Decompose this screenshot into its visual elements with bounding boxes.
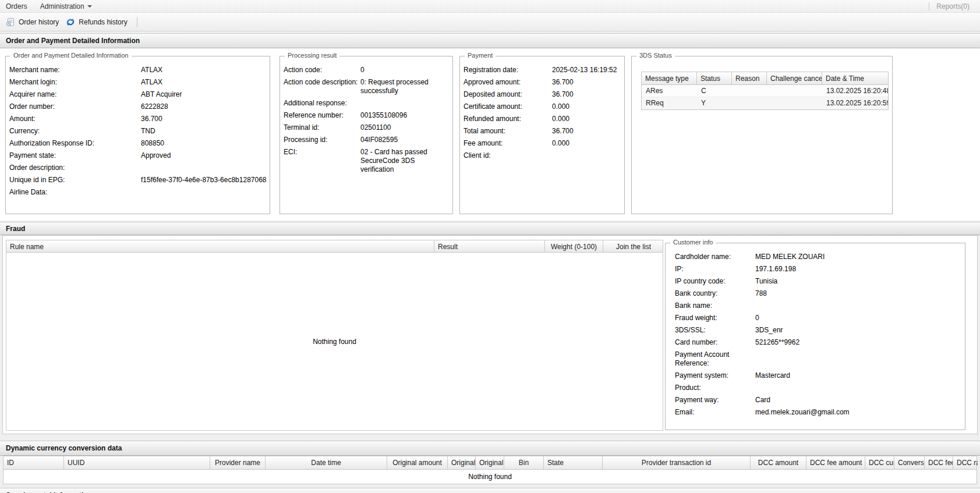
field-label: Bank name: [675,302,755,310]
field-value: ATLAX [141,78,162,87]
field-label: Processing id: [284,136,360,144]
field-label: 3DS/SSL: [675,326,755,335]
processing-result-fields: Action code: 0 Action code description: … [284,66,448,174]
column-header[interactable]: UUID [64,456,210,469]
field-label: Amount: [9,115,141,123]
field-value: f15f6fee-37f0-4e6e-87b3-6ec8b1287068 [141,176,267,185]
fraud-table-header: Rule name Result Weight (0-100) Join the… [6,240,663,253]
field-row: Fee amount: 0.000 [464,139,620,148]
field-label: Fraud weight: [675,314,755,322]
field-row: Registration date: 2025-02-13 16:19:52 [464,66,620,75]
column-header[interactable]: Join the list [603,240,664,252]
column-header[interactable]: DCC rat [953,456,978,469]
column-header[interactable]: DCC curr [865,456,894,469]
field-label: Cardholder name: [675,253,755,261]
column-header[interactable]: DCC amount [751,456,806,469]
column-header[interactable]: Weight (0-100) [545,240,603,252]
fraud-table-body: Nothing found [6,253,663,431]
field-row: Merchant name: ATLAX [9,66,265,75]
field-value: 0 [755,314,759,322]
column-header[interactable]: Original amount [387,456,448,469]
field-row: 3DS/SSL: 3DS_enr [675,326,960,335]
threeds-table-body: ARes C 13.02.2025 16:20:48 RReq Y 13.02.… [641,85,889,110]
field-label: Client id: [464,151,552,160]
field-label: Order number: [9,102,141,111]
field-label: Payment system: [675,371,755,380]
field-label: Action code: [284,66,360,75]
field-value: 0.000 [552,139,569,148]
order-history-button[interactable]: Order history [3,16,63,29]
field-value: Approved [141,151,171,160]
column-header[interactable]: Original f [448,456,476,469]
field-label: Certificate amount: [464,102,552,111]
column-header[interactable]: Conversi [894,456,925,469]
processing-result-fieldset: Processing result Action code: 0 Action … [280,56,453,214]
column-header[interactable]: Bin [504,456,544,469]
field-value: 001355108096 [360,111,407,120]
refunds-history-icon [66,17,75,27]
field-row: Payment way: Card [675,396,960,405]
field-value: 02501100 [360,123,391,132]
field-row: Merchant login: ATLAX [9,78,265,87]
field-row: Bank name: [675,302,960,310]
order-info-fields: Merchant name: ATLAX Merchant login: ATL… [9,66,265,197]
field-row: Terminal id: 02501100 [284,123,448,132]
column-header[interactable]: Result [434,240,545,252]
field-label: Currency: [9,127,141,136]
column-header[interactable]: Original c [476,456,504,469]
column-header[interactable]: Status [697,72,732,84]
field-value: 197.1.69.198 [755,265,796,274]
field-row: Email: med.melek.zouari@gmail.com [675,408,960,417]
fraud-section-header: Fraud [0,222,980,235]
cell-date-time: 13.02.2025 16:20:48 [822,85,888,97]
menu-item-administration[interactable]: Administration [40,1,97,12]
table-row[interactable]: ARes C 13.02.2025 16:20:48 [642,85,888,97]
column-header[interactable]: Message type [642,72,697,84]
field-row: Reference number: 001355108096 [284,111,448,120]
field-row: Deposited amount: 36.700 [464,90,620,99]
field-row: Processing id: 04IF082595 [284,136,448,144]
column-header[interactable]: Date time [266,456,387,469]
column-header[interactable]: State [544,456,603,469]
field-row: Additional response: [284,99,448,108]
cell-status: Y [697,97,732,109]
refunds-history-button[interactable]: Refunds history [63,16,132,29]
chevron-down-icon [87,5,92,8]
table-row[interactable]: RReq Y 13.02.2025 16:20:59 [642,97,888,109]
field-label: Refunded amount: [464,115,552,123]
field-value: 36.700 [552,90,574,99]
column-header[interactable]: Provider name [210,456,266,469]
menu-separator [929,2,929,10]
column-header[interactable]: Challenge cancel [767,72,822,84]
field-value: 36.700 [552,127,574,136]
column-header[interactable]: DCC fee [925,456,953,469]
reports-button[interactable]: Reports(0) [936,2,974,10]
field-label: Payment way: [675,396,755,405]
order-history-icon [6,17,15,27]
field-value: 0: Request processed successfully [360,78,448,95]
cell-status: C [697,85,732,97]
page-title-text: Order and Payment Detailed Information [6,37,140,45]
field-row: Refunded amount: 0.000 [464,115,620,123]
column-header[interactable]: DCC fee amount [806,456,865,469]
cell-date-time: 13.02.2025 16:20:59 [822,97,888,109]
column-header[interactable]: Reason [732,72,767,84]
toolbar: Order history Refunds history [0,13,980,31]
field-row: Authorization Response ID: 808850 [9,139,265,148]
field-value: 0.000 [552,102,569,111]
field-row: Product: [675,384,960,392]
field-row: Order description: [9,164,265,172]
menu-item-orders[interactable]: Orders [6,1,32,12]
column-header[interactable]: Rule name [6,240,434,252]
field-value: Card [755,396,770,405]
column-header[interactable]: Provider transaction id [603,456,751,469]
dcc-empty-text: Nothing found [468,473,512,481]
threeds-status-fieldset: 3DS Status Message type Status Reason Ch… [631,56,893,214]
column-header[interactable]: ID [3,456,64,469]
fieldset-legend: Processing result [285,52,339,59]
toolbar-separator [137,17,137,27]
field-row: Action code description: 0: Request proc… [284,78,448,95]
menubar-right: Reports(0) [929,2,974,10]
cell-reason [732,85,767,97]
column-header[interactable]: Date & Time [822,72,888,84]
